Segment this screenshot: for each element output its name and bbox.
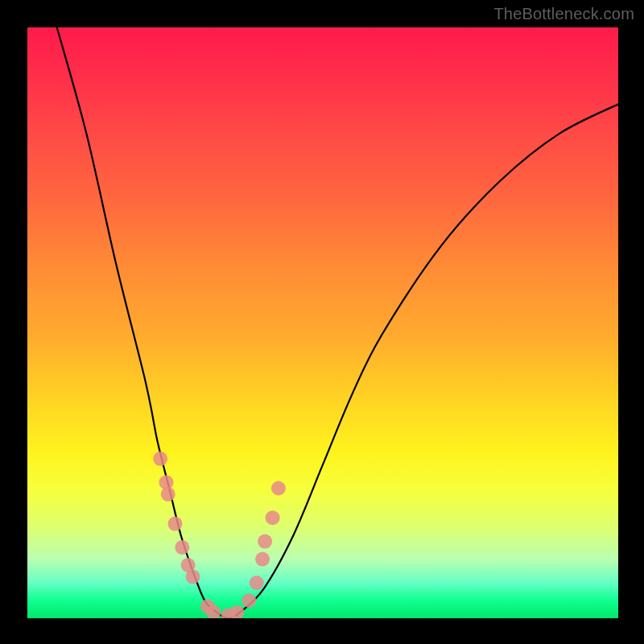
marker-dot — [258, 535, 272, 549]
marker-dot — [250, 576, 264, 590]
marker-dot — [168, 517, 183, 531]
marker-dot — [242, 593, 256, 608]
plot-area — [27, 27, 618, 618]
chart-frame: TheBottleneck.com — [0, 0, 644, 644]
marker-dot — [255, 552, 270, 567]
marker-dot — [230, 605, 245, 618]
marker-dot — [186, 570, 200, 584]
marker-dot — [153, 452, 167, 466]
marker-dot — [175, 540, 189, 555]
bottleneck-curve-path — [57, 27, 618, 618]
curve-svg — [27, 27, 618, 618]
marker-dot — [266, 510, 280, 525]
watermark-text: TheBottleneck.com — [493, 5, 634, 23]
marker-group — [153, 452, 286, 618]
marker-dot — [161, 487, 175, 502]
marker-dot — [271, 481, 286, 496]
